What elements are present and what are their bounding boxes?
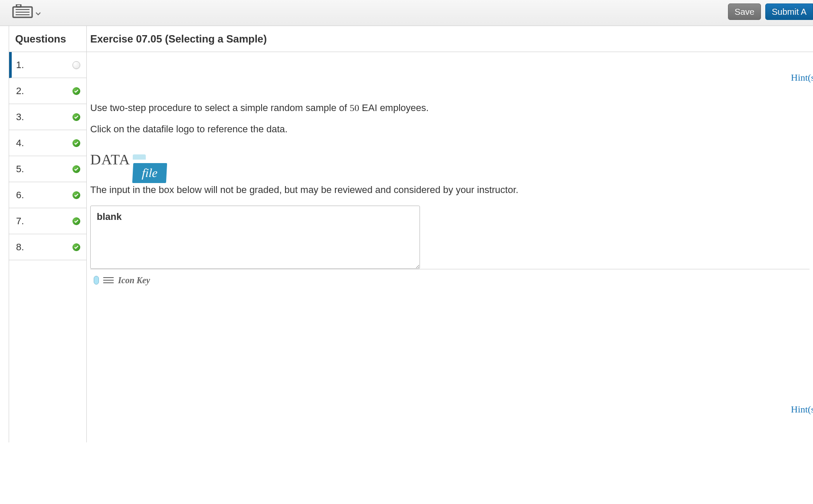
question-number: 1. — [16, 59, 24, 71]
check-icon — [72, 217, 80, 225]
datafile-logo[interactable]: DATA file — [90, 148, 810, 170]
icon-key-lines-icon — [103, 277, 114, 283]
sidebar-header: Questions — [9, 26, 86, 52]
chevron-down-icon — [36, 8, 41, 18]
hints-link-top[interactable]: Hint(s — [791, 70, 813, 85]
check-icon — [72, 243, 80, 251]
grading-note: The input in the box below will not be g… — [90, 183, 810, 197]
question-nav-5[interactable]: 5. — [9, 156, 86, 182]
check-icon — [72, 139, 80, 147]
question-nav-8[interactable]: 8. — [9, 234, 86, 260]
instruction-line-1: Use two-step procedure to select a simpl… — [90, 101, 810, 115]
icon-key-glyph-icon — [94, 276, 99, 285]
question-number: 7. — [16, 216, 24, 227]
question-nav-2[interactable]: 2. — [9, 78, 86, 104]
keyboard-dropdown[interactable] — [12, 4, 41, 21]
keyboard-icon — [12, 4, 33, 21]
save-button[interactable]: Save — [728, 3, 761, 20]
instruction-line-2: Click on the datafile logo to reference … — [90, 122, 810, 136]
answer-textarea[interactable]: blank — [90, 206, 420, 269]
question-nav-7[interactable]: 7. — [9, 208, 86, 234]
question-number: 3. — [16, 111, 24, 123]
check-icon — [72, 87, 80, 95]
icon-key[interactable]: Icon Key — [94, 274, 150, 287]
question-number: 6. — [16, 190, 24, 201]
question-nav-4[interactable]: 4. — [9, 130, 86, 156]
top-toolbar: Save Submit A — [0, 0, 813, 26]
submit-button[interactable]: Submit A — [765, 3, 813, 20]
hints-link-bottom[interactable]: Hint(s — [791, 402, 813, 416]
questions-sidebar: Questions 1.2.3.4.5.6.7.8. — [9, 26, 87, 442]
question-number: 2. — [16, 85, 24, 97]
exercise-title: Exercise 07.05 (Selecting a Sample) — [90, 33, 267, 45]
main-panel: Exercise 07.05 (Selecting a Sample) Hint… — [87, 26, 813, 442]
empty-status-icon — [72, 61, 80, 69]
footer-bar: Icon Key — [90, 269, 810, 291]
question-nav-3[interactable]: 3. — [9, 104, 86, 130]
question-nav-1[interactable]: 1. — [9, 52, 86, 78]
svg-rect-1 — [16, 4, 21, 7]
question-number: 8. — [16, 242, 24, 253]
question-number: 4. — [16, 137, 24, 149]
question-number: 5. — [16, 164, 24, 175]
check-icon — [72, 165, 80, 173]
check-icon — [72, 113, 80, 121]
question-nav-6[interactable]: 6. — [9, 182, 86, 208]
check-icon — [72, 191, 80, 199]
datafile-data-text: DATA — [90, 148, 130, 170]
